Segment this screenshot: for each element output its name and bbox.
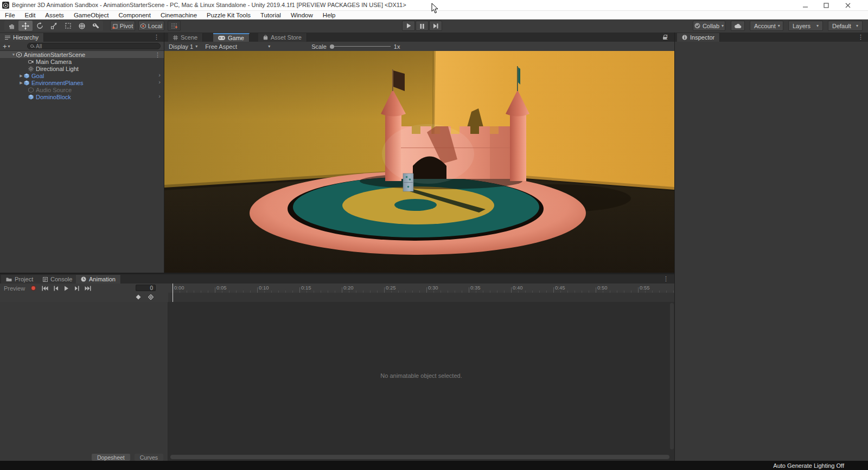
- menu-window[interactable]: Window: [286, 12, 318, 18]
- rect-tool-button[interactable]: [61, 21, 75, 31]
- empty-state-message: No animatable object selected.: [168, 372, 674, 379]
- transform-icon: [78, 22, 86, 30]
- menu-edit[interactable]: Edit: [20, 12, 41, 18]
- tab-scene[interactable]: Scene: [168, 33, 203, 42]
- close-button[interactable]: [840, 1, 856, 9]
- cloud-button[interactable]: [731, 21, 745, 31]
- layout-dropdown[interactable]: Default▾: [828, 21, 863, 31]
- menu-gameobject[interactable]: GameObject: [69, 12, 114, 18]
- account-dropdown[interactable]: Account▾: [750, 21, 783, 31]
- lock-icon[interactable]: [663, 35, 667, 40]
- keyframe-row: [0, 293, 168, 302]
- add-keyframe-button[interactable]: [136, 294, 141, 300]
- game-viewport[interactable]: [164, 51, 674, 273]
- tab-hierarchy[interactable]: Hierarchy: [0, 33, 44, 42]
- hierarchy-row-environmentplanes[interactable]: ▶ EnvironmentPlanes ›: [0, 79, 164, 86]
- prev-key-button[interactable]: [51, 284, 61, 292]
- tab-game[interactable]: Game: [213, 33, 250, 42]
- prefab-chevron-icon[interactable]: ›: [158, 72, 161, 78]
- layers-dropdown[interactable]: Layers▾: [788, 21, 823, 31]
- menu-file[interactable]: File: [0, 12, 20, 18]
- audio-source-icon: [28, 87, 34, 93]
- first-key-button[interactable]: [39, 284, 51, 292]
- scale-slider[interactable]: [330, 44, 391, 49]
- foldout-icon[interactable]: ▼: [11, 53, 16, 56]
- hierarchy-row-goal[interactable]: ▶ Goal ›: [0, 72, 164, 79]
- ruler-label: 0:40: [513, 285, 523, 291]
- transform-tool-button[interactable]: [75, 21, 89, 31]
- next-key-button[interactable]: [72, 284, 82, 292]
- bottom-kebab-icon[interactable]: ⋮: [663, 276, 669, 281]
- move-tool-button[interactable]: [18, 21, 33, 31]
- curves-button[interactable]: Curves: [135, 454, 163, 461]
- menu-assets[interactable]: Assets: [40, 12, 69, 18]
- console-tab-label: Console: [50, 276, 72, 282]
- record-button[interactable]: [28, 284, 39, 292]
- timeline-ruler[interactable]: 0:00 0:05 0:10 0:15 0:20 0:25 0:30 0:35 …: [168, 284, 674, 293]
- tab-asset-store[interactable]: Asset Store: [258, 33, 307, 42]
- menu-help[interactable]: Help: [318, 12, 341, 18]
- tab-project[interactable]: Project: [1, 275, 39, 284]
- pivot-icon: [112, 23, 118, 29]
- playhead[interactable]: [173, 284, 173, 302]
- ruler-label: 0:55: [640, 285, 650, 291]
- animation-property-list: [0, 302, 168, 453]
- inspector-kebab-icon[interactable]: ⋮: [858, 34, 864, 40]
- menu-tutorial[interactable]: Tutorial: [256, 12, 286, 18]
- scale-tool-button[interactable]: [47, 21, 61, 31]
- aspect-dropdown[interactable]: Free Aspect▾: [202, 43, 273, 50]
- hierarchy-row-directional-light[interactable]: Directional Light: [0, 65, 164, 72]
- hierarchy-row-scene[interactable]: ▼ AnimationStarterScene ⋮: [0, 51, 164, 58]
- frame-number-field[interactable]: 0: [136, 285, 156, 291]
- prefab-chevron-icon[interactable]: ›: [158, 79, 161, 85]
- minimize-button[interactable]: [797, 1, 814, 9]
- grid-snap-button[interactable]: [168, 21, 181, 31]
- expand-icon[interactable]: ▶: [18, 81, 24, 85]
- hierarchy-row-audio-source[interactable]: Audio Source: [0, 86, 164, 93]
- tab-console[interactable]: Console: [38, 275, 78, 284]
- last-key-button[interactable]: [82, 284, 94, 292]
- inspector-panel: Inspector ⋮: [675, 33, 868, 461]
- rotate-tool-button[interactable]: [33, 21, 47, 31]
- ruler-label: 0:05: [216, 285, 227, 291]
- prefab-chevron-icon[interactable]: ›: [158, 93, 161, 99]
- game-panel: Scene Game Asset Store ⋮ Display 1▾ Free…: [164, 33, 674, 273]
- play-button[interactable]: [402, 21, 415, 31]
- pivot-toggle[interactable]: Pivot: [110, 21, 135, 31]
- prefab-cube-icon: [24, 73, 29, 79]
- custom-tool-button[interactable]: [89, 21, 103, 31]
- prev-key-icon: [54, 286, 59, 291]
- ruler-label: 0:00: [174, 285, 184, 291]
- collab-dropdown[interactable]: Collab▾: [693, 21, 725, 31]
- maximize-button[interactable]: [818, 1, 834, 9]
- scale-slider-handle[interactable]: [330, 44, 334, 49]
- list-icon: [5, 35, 10, 40]
- dopesheet-button[interactable]: Dopesheet: [92, 454, 130, 461]
- step-button[interactable]: [429, 21, 442, 31]
- create-button[interactable]: +▾: [3, 42, 10, 50]
- preview-toggle[interactable]: Preview: [1, 284, 28, 292]
- pause-button[interactable]: [416, 21, 429, 31]
- search-input[interactable]: All: [27, 43, 161, 49]
- vertical-scrollbar[interactable]: [670, 303, 674, 449]
- local-toggle[interactable]: Local: [138, 21, 164, 31]
- menu-puzzle-kit-tools[interactable]: Puzzle Kit Tools: [202, 12, 256, 18]
- anim-play-button[interactable]: [61, 284, 72, 292]
- menu-component[interactable]: Component: [113, 12, 155, 18]
- add-keyframe-icon: [136, 294, 141, 300]
- hierarchy-kebab-icon[interactable]: ⋮: [154, 34, 159, 40]
- add-event-button[interactable]: [148, 294, 154, 300]
- hierarchy-row-dominoblock[interactable]: DominoBlock ›: [0, 93, 164, 100]
- tab-animation[interactable]: Animation: [76, 275, 121, 284]
- menu-cinemachine[interactable]: Cinemachine: [156, 12, 202, 18]
- display-dropdown[interactable]: Display 1▾: [164, 43, 202, 50]
- scene-grid-icon: [173, 35, 178, 40]
- expand-icon[interactable]: ▶: [18, 74, 24, 78]
- scene-kebab-icon[interactable]: ⋮: [155, 52, 161, 57]
- anim-play-icon: [64, 286, 69, 291]
- tab-inspector[interactable]: Inspector: [677, 33, 720, 42]
- hierarchy-row-main-camera[interactable]: Main Camera: [0, 58, 164, 65]
- dopesheet-header[interactable]: [168, 293, 674, 302]
- hand-tool-button[interactable]: [4, 21, 18, 31]
- horizontal-scrollbar[interactable]: [170, 455, 669, 459]
